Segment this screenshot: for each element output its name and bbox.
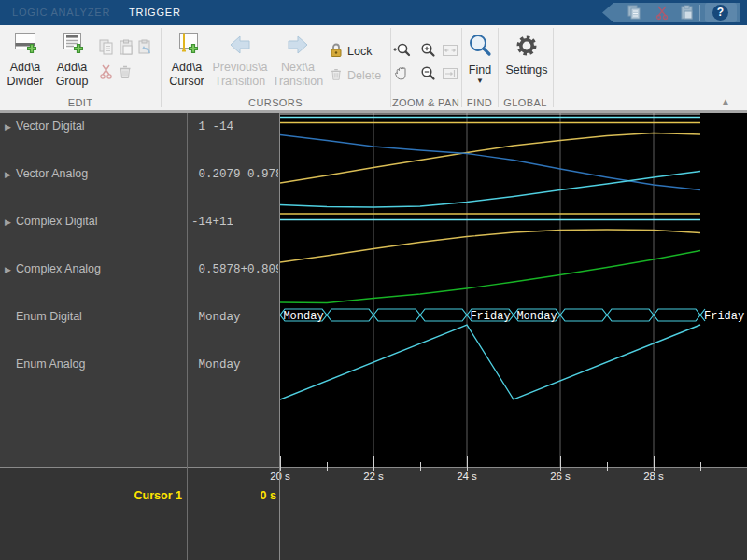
paste-button[interactable] — [118, 39, 136, 58]
next-transition-icon — [286, 34, 310, 56]
section-divider — [390, 28, 391, 107]
enum-bus-segment — [374, 309, 420, 321]
delete-cursor-button[interactable]: Delete — [329, 66, 381, 85]
section-label-global: GLOBAL — [499, 97, 552, 108]
enum-bus-label: Friday — [470, 310, 510, 323]
pan-button[interactable] — [392, 64, 411, 83]
cut-icon[interactable] — [655, 5, 670, 21]
paste-icon[interactable] — [679, 5, 695, 21]
section-label-cursors: CURSORS — [164, 97, 387, 108]
signal-value: Monday — [191, 358, 278, 371]
help-button[interactable]: ? — [705, 3, 737, 22]
signal-value: 1 -14 — [191, 120, 278, 133]
section-divider — [161, 28, 162, 107]
logic-analyzer-window: LOGIC ANALYZER TRIGGER ? — [0, 0, 747, 560]
pan-hand-icon — [392, 64, 411, 83]
cut-disabled-icon — [98, 63, 115, 80]
tab-trigger[interactable]: TRIGGER — [129, 7, 181, 18]
signal-name: Enum Analog — [16, 357, 85, 371]
trace-vector-analog-ch3 — [280, 172, 700, 208]
expand-arrow-icon[interactable]: ▶ — [5, 122, 11, 132]
expand-arrow-icon[interactable]: ▶ — [5, 265, 11, 274]
copy-button[interactable] — [98, 39, 117, 58]
copy-disabled-icon — [98, 39, 115, 56]
tab-logic-analyzer[interactable]: LOGIC ANALYZER — [12, 7, 110, 18]
name-value-divider[interactable] — [187, 113, 188, 560]
enum-bus-segment — [560, 309, 607, 321]
fit-to-view-icon — [441, 41, 459, 60]
enum-bus-segment — [607, 309, 654, 321]
trace-enum-analog — [280, 325, 700, 399]
axis-minor-tick — [420, 462, 421, 471]
signal-value: -14+1i — [191, 216, 278, 229]
signal-row-complex-analog[interactable]: ▶Complex Analog 0.5878+0.8090i — [0, 262, 280, 281]
settings-button[interactable]: Settings — [502, 31, 551, 102]
signal-name: Complex Digital — [16, 215, 98, 228]
signal-row-enum-digital[interactable]: Enum Digital Monday — [0, 310, 280, 329]
section-label-find: FIND — [462, 97, 497, 108]
waveform-canvas[interactable]: MondayFridayMondayFriday — [280, 113, 747, 467]
zoom-in-time-button[interactable] — [392, 41, 411, 60]
fit-to-end-button[interactable] — [441, 64, 459, 83]
zoom-in-icon — [418, 41, 437, 60]
axis-label: 22 s — [355, 470, 392, 482]
signal-row-enum-analog[interactable]: Enum Analog Monday — [0, 357, 280, 376]
axis-label: 28 s — [635, 470, 672, 482]
delete-row-button[interactable] — [117, 63, 135, 82]
value-wave-divider[interactable] — [279, 113, 280, 560]
quick-access-toolbar: ? — [602, 3, 740, 22]
collapse-toolstrip-icon[interactable]: ▲ — [721, 96, 730, 106]
cut-button[interactable] — [98, 63, 117, 82]
section-divider — [553, 28, 554, 107]
axis-major-tick — [280, 456, 281, 471]
quick-access-separator — [699, 5, 700, 21]
add-divider-button[interactable]: Add\aDivider — [3, 31, 48, 102]
add-cursor-icon — [175, 31, 200, 56]
axis-major-tick — [374, 456, 374, 471]
find-dropdown-caret[interactable]: ▼ — [463, 77, 497, 85]
find-icon — [467, 33, 493, 59]
signal-value: 0.2079 0.9781 — [191, 168, 278, 181]
axis-label: 26 s — [542, 470, 579, 482]
enum-bus-label: Monday — [516, 310, 557, 323]
signal-row-vector-analog[interactable]: ▶Vector Analog 0.2079 0.9781 — [0, 167, 280, 186]
axis-major-tick — [467, 456, 468, 471]
zoom-in-button[interactable] — [418, 41, 437, 60]
axis-label: 24 s — [448, 470, 486, 482]
add-cursor-button[interactable]: Add\aCursor — [164, 31, 209, 102]
next-transition-button[interactable]: Next\aTransition — [269, 31, 327, 102]
signal-value: Monday — [191, 311, 278, 324]
previous-transition-button[interactable]: Previous\aTransition — [211, 31, 269, 102]
axis-minor-tick — [607, 462, 608, 471]
enum-bus-segment — [654, 309, 700, 321]
enum-bus-segment — [327, 309, 374, 321]
cursor-value: 0 s — [187, 489, 276, 502]
find-button[interactable]: Find ▼ — [463, 31, 497, 102]
toolbar: Add\aDivider Add\aGroup — [0, 25, 747, 110]
axis-minor-tick — [700, 462, 701, 471]
expand-arrow-icon[interactable]: ▶ — [5, 170, 11, 179]
fit-to-view-button[interactable] — [441, 41, 459, 60]
axis-major-tick — [654, 456, 655, 471]
lock-button[interactable]: Lock — [329, 42, 372, 61]
zoom-out-button[interactable] — [418, 64, 437, 83]
paste-special-button[interactable] — [136, 39, 155, 58]
section-divider — [498, 28, 499, 107]
tab-bar: LOGIC ANALYZER TRIGGER ? — [0, 0, 747, 25]
trace-complex-analog-im — [280, 251, 700, 303]
signal-value: 0.5878+0.8090i — [191, 263, 278, 276]
trace-vector-analog-ch1 — [280, 133, 700, 184]
previous-transition-icon — [228, 34, 252, 56]
signal-row-complex-digital[interactable]: ▶Complex Digital-14+1i — [0, 215, 280, 233]
copy-icon[interactable] — [627, 5, 642, 21]
fit-to-end-icon — [441, 64, 459, 83]
trash-disabled-icon — [117, 63, 134, 80]
add-divider-icon — [13, 31, 38, 56]
add-group-button[interactable]: Add\aGroup — [49, 31, 94, 102]
signal-row-vector-digital[interactable]: ▶Vector Digital 1 -14 — [0, 119, 280, 138]
section-label-zoom-pan: ZOOM & PAN — [391, 97, 460, 108]
paste-special-disabled-icon — [136, 39, 153, 56]
cursor-label[interactable]: Cursor 1 — [75, 489, 182, 502]
trace-complex-analog-re — [280, 230, 700, 262]
expand-arrow-icon[interactable]: ▶ — [5, 217, 11, 227]
